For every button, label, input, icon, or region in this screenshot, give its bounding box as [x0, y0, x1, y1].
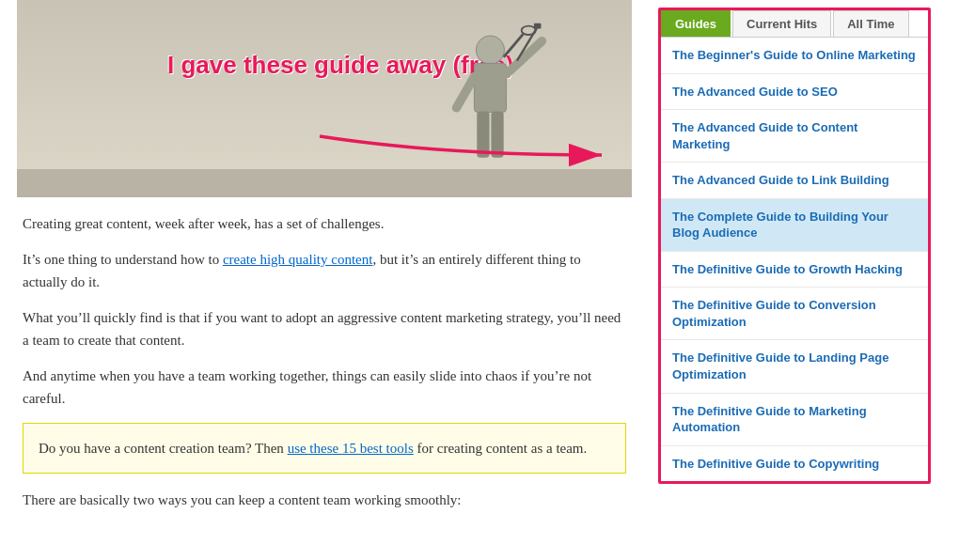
- paragraph-5: There are basically two ways you can kee…: [23, 489, 626, 511]
- guide-item[interactable]: The Advanced Guide to Link Building: [661, 163, 928, 199]
- tab-current-hits[interactable]: Current Hits: [732, 10, 831, 37]
- person-illustration: [406, 19, 557, 188]
- callout-before: Do you have a content creation team? The…: [39, 441, 288, 456]
- main-content: I gave these guide away (free): [0, 0, 649, 560]
- svg-line-5: [456, 77, 474, 108]
- create-content-link[interactable]: create high quality content: [223, 252, 373, 267]
- paragraph-1: Creating great content, week after week,…: [23, 212, 626, 235]
- sidebar-tabs: Guides Current Hits All Time: [661, 10, 928, 38]
- guide-item[interactable]: The Definitive Guide to Marketing Automa…: [661, 394, 928, 446]
- hero-image: I gave these guide away (free): [17, 0, 632, 197]
- tab-guides[interactable]: Guides: [661, 10, 731, 37]
- guide-item[interactable]: The Beginner's Guide to Online Marketing: [661, 38, 928, 74]
- callout-after: for creating content as a team.: [414, 441, 588, 456]
- guide-item[interactable]: The Definitive Guide to Conversion Optim…: [661, 288, 928, 340]
- guide-item[interactable]: The Advanced Guide to SEO: [661, 74, 928, 111]
- guide-item[interactable]: The Definitive Guide to Copywriting: [661, 446, 928, 482]
- tools-link[interactable]: use these 15 best tools: [288, 441, 414, 456]
- guide-item[interactable]: The Definitive Guide to Growth Hacking: [661, 252, 928, 288]
- guide-item[interactable]: The Complete Guide to Building Your Blog…: [661, 199, 928, 252]
- tab-all-time[interactable]: All Time: [833, 10, 908, 37]
- svg-rect-3: [491, 112, 503, 158]
- guide-item[interactable]: The Advanced Guide to Content Marketing: [661, 110, 928, 163]
- guides-widget: Guides Current Hits All Time The Beginne…: [658, 8, 931, 484]
- paragraph-2: It’s one thing to understand how to crea…: [23, 248, 626, 293]
- guide-list: The Beginner's Guide to Online Marketing…: [661, 38, 928, 481]
- svg-rect-1: [474, 63, 506, 112]
- svg-rect-9: [534, 23, 542, 29]
- svg-rect-2: [477, 112, 489, 158]
- callout-box: Do you have a content creation team? The…: [23, 423, 626, 474]
- paragraph-4: And anytime when you have a team working…: [23, 365, 626, 410]
- article-body: Creating great content, week after week,…: [17, 212, 632, 511]
- sidebar: Guides Current Hits All Time The Beginne…: [649, 0, 940, 560]
- guide-item[interactable]: The Definitive Guide to Landing Page Opt…: [661, 340, 928, 393]
- paragraph-3: What you’ll quickly find is that if you …: [23, 306, 626, 351]
- paragraph-2-before: It’s one thing to understand how to: [23, 252, 223, 267]
- svg-point-0: [476, 36, 504, 64]
